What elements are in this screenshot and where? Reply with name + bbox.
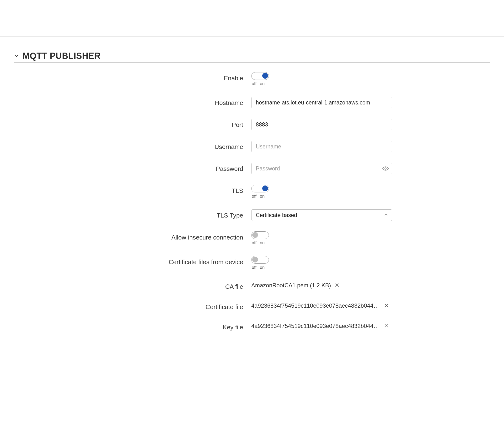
chevron-down-icon[interactable]: [14, 53, 19, 59]
toggle-on-label: on: [260, 240, 265, 246]
toggle-off-label: off: [252, 240, 256, 246]
row-cert-from-device: Certificate files from device off on: [14, 256, 490, 270]
row-key-file: Key file 4a9236834f754519c110e093e078aec…: [14, 321, 490, 331]
tls-type-value: Certificate based: [256, 212, 297, 219]
label-ca-file: CA file: [14, 281, 251, 290]
hostname-input[interactable]: [251, 97, 392, 108]
remove-cert-file-icon[interactable]: [384, 303, 389, 309]
cert-from-device-sublabels: off on: [251, 265, 265, 270]
tls-type-select[interactable]: Certificate based: [251, 209, 392, 221]
toggle-on-label: on: [260, 81, 265, 86]
key-file-name: 4a9236834f754519c110e093e078aec4832b0444…: [251, 323, 380, 329]
row-ca-file: CA file AmazonRootCA1.pem (1.2 KB): [14, 281, 490, 290]
footer-border: [0, 398, 504, 398]
password-input[interactable]: [251, 163, 392, 174]
label-username: Username: [14, 141, 251, 151]
toggle-off-label: off: [252, 81, 256, 86]
label-tls: TLS: [14, 185, 251, 195]
remove-ca-file-icon[interactable]: [334, 283, 340, 288]
enable-toggle-sublabels: off on: [251, 81, 265, 86]
allow-insecure-sublabels: off on: [251, 240, 265, 246]
row-cert-file: Certificate file 4a9236834f754519c110e09…: [14, 301, 490, 311]
cert-file-name: 4a9236834f754519c110e093e078aec4832b0444…: [251, 302, 380, 309]
row-hostname: Hostname: [14, 97, 490, 108]
tls-toggle-sublabels: off on: [251, 194, 265, 199]
label-password: Password: [14, 163, 251, 173]
window-top-border: [0, 0, 504, 6]
ca-file-name: AmazonRootCA1.pem (1.2 KB): [251, 282, 331, 289]
cert-from-device-toggle[interactable]: [251, 256, 269, 264]
label-enable: Enable: [14, 72, 251, 82]
row-tls: TLS off on: [14, 185, 490, 199]
reveal-password-icon[interactable]: [382, 165, 389, 172]
row-tls-type: TLS Type Certificate based: [14, 209, 490, 221]
toggle-off-label: off: [252, 194, 256, 199]
label-key-file: Key file: [14, 321, 251, 331]
toggle-on-label: on: [260, 265, 265, 270]
tls-toggle[interactable]: [251, 185, 269, 193]
row-password: Password: [14, 163, 490, 174]
row-enable: Enable off on: [14, 72, 490, 86]
remove-key-file-icon[interactable]: [384, 323, 389, 329]
header-band: [0, 6, 504, 37]
row-port: Port: [14, 119, 490, 130]
enable-toggle[interactable]: [251, 72, 269, 80]
label-cert-file: Certificate file: [14, 301, 251, 311]
label-tls-type: TLS Type: [14, 209, 251, 219]
section-header: MQTT PUBLISHER: [14, 51, 490, 63]
username-input[interactable]: [251, 141, 392, 152]
label-allow-insecure: Allow insecure connection: [14, 231, 251, 241]
svg-point-0: [385, 168, 386, 169]
mqtt-publisher-section: MQTT PUBLISHER Enable off on Hostname Po…: [0, 37, 504, 331]
toggle-off-label: off: [252, 265, 256, 270]
label-cert-from-device: Certificate files from device: [14, 256, 251, 266]
label-hostname: Hostname: [14, 97, 251, 106]
toggle-on-label: on: [260, 194, 265, 199]
label-port: Port: [14, 119, 251, 129]
section-title: MQTT PUBLISHER: [22, 51, 101, 61]
form: Enable off on Hostname Port: [14, 72, 490, 331]
row-username: Username: [14, 141, 490, 152]
port-input[interactable]: [251, 119, 392, 130]
allow-insecure-toggle[interactable]: [251, 231, 269, 239]
row-allow-insecure: Allow insecure connection off on: [14, 231, 490, 246]
